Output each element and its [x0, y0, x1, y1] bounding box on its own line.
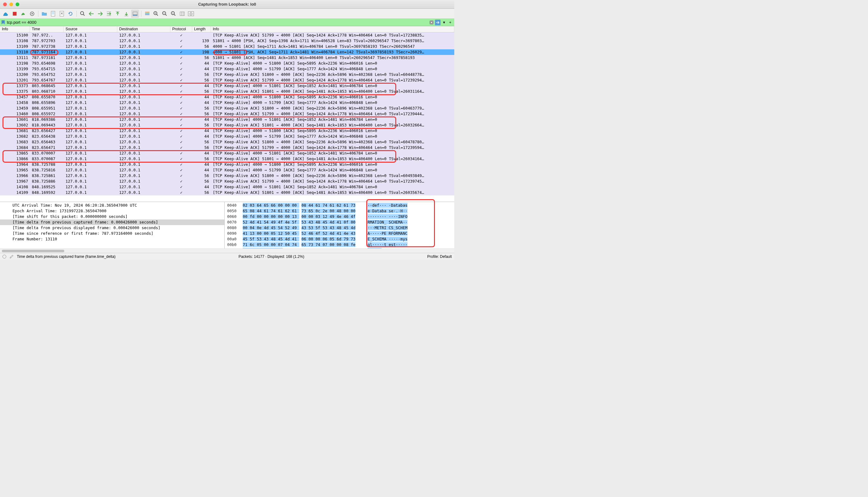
hex-line[interactable]: 005065 08 44 61 74 61 62 61 73 65 0c 2e … — [227, 208, 452, 214]
column-header-info[interactable]: Info — [211, 26, 454, 32]
hex-line[interactable]: 00a045 5f 53 43 48 45 4d 41 06 00 00 06 … — [227, 236, 452, 242]
restart-capture-button[interactable] — [19, 10, 28, 18]
jump-to-packet-button[interactable] — [105, 10, 113, 18]
packet-row[interactable]: 13458808.655896127.0.0.1127.0.0.1✓44[TCP… — [0, 100, 454, 105]
save-file-button[interactable] — [49, 10, 57, 18]
expert-info-icon[interactable] — [2, 255, 6, 258]
detail-line[interactable]: Epoch Arrival Time: 1731997228.365047000 — [0, 208, 224, 214]
detail-line[interactable]: UTC Arrival Time: Nov 19, 2024 06:20:28.… — [0, 203, 224, 208]
packet-info: 4000 → 51801 [ACK] Seq=1711 Ack=1481 Win… — [211, 44, 454, 49]
find-packet-button[interactable] — [79, 10, 87, 18]
packet-row[interactable]: 13199793.654715127.0.0.1127.0.0.1✓44[TCP… — [0, 66, 454, 72]
resize-columns-button[interactable] — [178, 10, 186, 18]
packet-number: 13601 — [0, 117, 30, 123]
detail-line[interactable]: [Time delta from previous displayed fram… — [0, 225, 224, 231]
packet-row[interactable]: 13109787.972738127.0.0.1127.0.0.1✓564000… — [0, 44, 454, 49]
packet-row[interactable]: 14108848.169525127.0.0.1127.0.0.1✓44[TCP… — [0, 184, 454, 190]
detail-line[interactable]: [Time shift for this packet: 0.000000000… — [0, 214, 224, 219]
packet-length: 56 — [192, 173, 211, 179]
bookmark-filter-icon[interactable] — [1, 20, 5, 25]
packet-list[interactable]: 15100787.972..127.0.0.1127.0.0.1✓[TCP Ke… — [0, 32, 454, 202]
add-filter-button[interactable]: + — [447, 20, 453, 25]
auto-scroll-button[interactable] — [131, 10, 139, 18]
packet-row[interactable]: 13200793.654752127.0.0.1127.0.0.1✓56[TCP… — [0, 72, 454, 77]
go-last-button[interactable] — [122, 10, 130, 18]
detail-line[interactable]: [Time since reference or first frame: 78… — [0, 231, 224, 236]
zoom-in-button[interactable] — [152, 10, 160, 18]
packet-row[interactable]: 13373803.068645127.0.0.1127.0.0.1✓44[TCP… — [0, 83, 454, 89]
open-file-button[interactable] — [40, 10, 48, 18]
packet-row[interactable]: 13111787.973181127.0.0.1127.0.0.1✓565180… — [0, 55, 454, 60]
packet-row[interactable]: 13965838.725816127.0.0.1127.0.0.1✓44[TCP… — [0, 167, 454, 173]
packet-details-pane[interactable]: UTC Arrival Time: Nov 19, 2024 06:20:28.… — [0, 202, 225, 248]
packet-bytes-pane[interactable]: 004002 03 64 65 66 00 00 00 08 44 61 74 … — [225, 202, 454, 248]
packet-row[interactable]: 13198793.654698127.0.0.1127.0.0.1✓44[TCP… — [0, 60, 454, 66]
apply-filter-button[interactable] — [435, 20, 441, 25]
packet-row[interactable]: 15100787.972..127.0.0.1127.0.0.1✓[TCP Ke… — [0, 32, 454, 38]
packet-row[interactable]: 13865833.070007127.0.0.1127.0.0.1✓44[TCP… — [0, 151, 454, 156]
minimize-window-button[interactable] — [9, 2, 13, 6]
display-filter-input[interactable] — [7, 20, 429, 25]
reload-button[interactable] — [67, 10, 75, 18]
column-header-number[interactable]: Info — [0, 26, 30, 32]
stop-capture-button[interactable] — [11, 10, 19, 18]
hex-line[interactable]: 00b071 6c 05 00 00 07 04 74 65 73 74 07 … — [227, 242, 452, 247]
hex-line[interactable]: 008000 04 0e 4d 45 54 52 49 43 53 5f 53 … — [227, 225, 452, 231]
packet-row[interactable]: 13866833.070087127.0.0.1127.0.0.1✓56[TCP… — [0, 156, 454, 162]
go-back-button[interactable] — [87, 10, 95, 18]
hex-line[interactable]: 007052 4d 41 54 49 4f 4e 5f 53 43 48 45 … — [227, 219, 452, 225]
packet-row[interactable]: 13966838.725861127.0.0.1127.0.0.1✓56[TCP… — [0, 173, 454, 179]
packet-protocol: ✓ — [170, 117, 192, 123]
go-first-button[interactable] — [114, 10, 122, 18]
packet-source: 127.0.0.1 — [64, 111, 117, 117]
edit-icon[interactable] — [9, 254, 14, 259]
capture-options-button[interactable] — [28, 10, 36, 18]
column-header-length[interactable]: Length — [192, 26, 211, 32]
packet-row[interactable]: 13110787.973164127.0.0.1127.0.0.1✓198400… — [0, 49, 454, 55]
close-file-button[interactable] — [58, 10, 66, 18]
packet-row[interactable]: 13601818.069386127.0.0.1127.0.0.1✓44[TCP… — [0, 117, 454, 123]
packet-row[interactable]: 13682823.656438127.0.0.1127.0.0.1✓44[TCP… — [0, 133, 454, 139]
packet-destination: 127.0.0.1 — [117, 162, 170, 167]
packet-row[interactable]: 13684823.656471127.0.0.1127.0.0.1✓56[TCP… — [0, 145, 454, 151]
go-forward-button[interactable] — [96, 10, 104, 18]
svg-line-27 — [174, 14, 175, 16]
packet-row[interactable]: 13108787.972703127.0.0.1127.0.0.1✓139518… — [0, 38, 454, 44]
packet-row[interactable]: 13459808.655951127.0.0.1127.0.0.1✓56[TCP… — [0, 105, 454, 111]
packet-row[interactable]: 13964838.725788127.0.0.1127.0.0.1✓44[TCP… — [0, 162, 454, 167]
packet-row[interactable]: 13375803.068710127.0.0.1127.0.0.1✓56[TCP… — [0, 89, 454, 94]
hex-line[interactable]: 009041 13 00 00 05 12 50 45 52 46 4f 52 … — [227, 231, 452, 236]
packet-length: 44 — [192, 60, 211, 66]
status-profile[interactable]: Profile: Default — [427, 254, 452, 259]
hex-line[interactable]: 006000 fd 00 00 00 00 00 13 00 00 03 12 … — [227, 214, 452, 219]
packet-destination: 127.0.0.1 — [117, 60, 170, 66]
packet-row[interactable]: 13201793.654767127.0.0.1127.0.0.1✓56[TCP… — [0, 77, 454, 83]
packet-row[interactable]: 13967838.725886127.0.0.1127.0.0.1✓56[TCP… — [0, 179, 454, 184]
shark-fin-icon[interactable] — [2, 10, 10, 18]
column-header-destination[interactable]: Destination — [117, 26, 170, 32]
column-header-source[interactable]: Source — [64, 26, 117, 32]
clear-filter-button[interactable] — [429, 20, 434, 25]
hex-line[interactable]: 004002 03 64 65 66 00 00 00 08 44 61 74 … — [227, 203, 452, 208]
colorize-button[interactable] — [143, 10, 151, 18]
packet-row[interactable]: 13681823.656427127.0.0.1127.0.0.1✓44[TCP… — [0, 128, 454, 133]
packet-row[interactable]: 13460808.655972127.0.0.1127.0.0.1✓56[TCP… — [0, 111, 454, 117]
packet-row[interactable]: 13683823.656463127.0.0.1127.0.0.1✓56[TCP… — [0, 139, 454, 145]
packet-row[interactable]: 13457808.655870127.0.0.1127.0.0.1✓44[TCP… — [0, 94, 454, 100]
packet-destination: 127.0.0.1 — [117, 94, 170, 100]
filter-history-button[interactable]: ▾ — [441, 20, 447, 25]
detail-line[interactable]: Frame Number: 13110 — [0, 236, 224, 242]
zoom-out-button[interactable] — [161, 10, 169, 18]
maximize-window-button[interactable] — [16, 2, 19, 6]
packet-length: 44 — [192, 167, 211, 173]
packet-row[interactable]: 14109848.169592127.0.0.1127.0.0.1✓56[TCP… — [0, 190, 454, 196]
layout-button[interactable]: 12 — [187, 10, 195, 18]
zoom-reset-button[interactable]: 1 — [170, 10, 178, 18]
close-window-button[interactable] — [3, 2, 7, 6]
column-header-protocol[interactable]: Protocol — [170, 26, 192, 32]
packet-row[interactable]: 13602818.069443127.0.0.1127.0.0.1✓56[TCP… — [0, 123, 454, 128]
horizontal-scrollbar[interactable] — [0, 248, 454, 253]
hex-line[interactable]: 00c000 00 02 00 00 00 ······ — [227, 247, 452, 248]
detail-line[interactable]: [Time delta from previous captured frame… — [0, 219, 224, 225]
column-header-time[interactable]: Time — [30, 26, 64, 32]
